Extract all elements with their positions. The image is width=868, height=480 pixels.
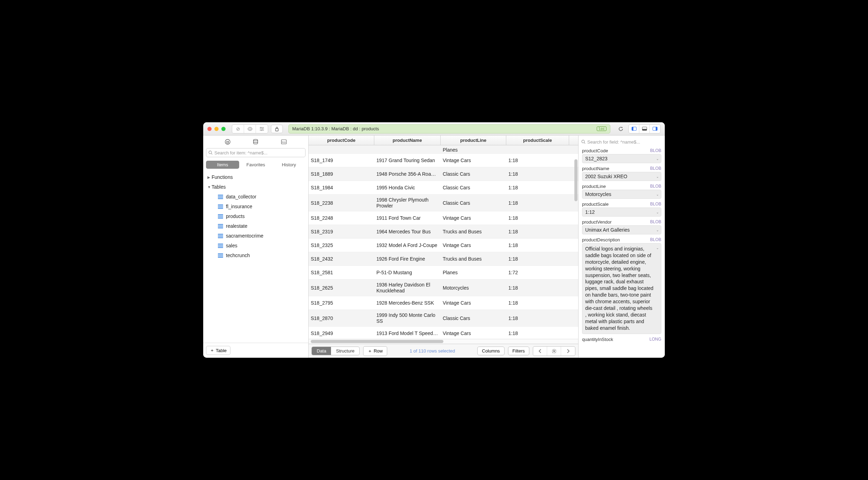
chevron-down-icon: ⌄: [656, 175, 659, 179]
input-productLine[interactable]: Motorcycles⌄: [582, 190, 661, 199]
svg-point-0: [260, 127, 262, 128]
hscroll-thumb[interactable]: [311, 340, 443, 343]
field-productDescription: productDescriptionBLOB Official logos an…: [579, 237, 665, 336]
table-item-fl_insurance[interactable]: fl_insurance: [206, 202, 306, 211]
field-productVendor: productVendorBLOB Unimax Art Galleries⌄: [579, 219, 665, 237]
table-row[interactable]: S18_29491913 Ford Model T SpeedsterVinta…: [309, 327, 578, 339]
add-row-button[interactable]: ＋Row: [363, 346, 387, 356]
input-productDescription[interactable]: Official logos and insignias, saddle bag…: [582, 243, 661, 334]
svg-rect-3: [275, 129, 278, 131]
table-row[interactable]: S18_19841995 Honda CivicClassic Cars1:18: [309, 181, 578, 195]
chevron-down-icon: ⌄: [656, 210, 659, 214]
toggle-bottom-panel[interactable]: [639, 125, 650, 133]
tab-history[interactable]: History: [272, 161, 306, 169]
main-footer: Data Structure ＋Row 1 of 110 rows select…: [309, 344, 578, 358]
field-productCode: productCodeBLOB S12_2823⌄: [579, 147, 665, 165]
next-page-button[interactable]: [561, 347, 575, 356]
sidebar: SQL Search for item: ^name$... Items Fav…: [203, 136, 309, 358]
table-item-techcrunch[interactable]: techcrunch: [206, 250, 306, 260]
col-productName[interactable]: productName: [374, 136, 441, 145]
plug-icon[interactable]: [224, 138, 231, 145]
table-item-products[interactable]: products: [206, 211, 306, 221]
tree-functions[interactable]: ▶Functions: [206, 172, 306, 182]
cancel-icon[interactable]: ⊘: [232, 125, 244, 133]
input-productScale[interactable]: 1:12⌄: [582, 208, 661, 217]
tab-structure[interactable]: Structure: [331, 347, 359, 355]
table-row[interactable]: S18_23251932 Model A Ford J-CoupeVintage…: [309, 239, 578, 252]
table-row[interactable]: S18_24321926 Ford Fire EngineTrucks and …: [309, 252, 578, 266]
tab-favorites[interactable]: Favorites: [239, 161, 272, 169]
prev-page-button[interactable]: [533, 347, 547, 356]
table-row[interactable]: S18_28701999 Indy 500 Monte Carlo SSClas…: [309, 310, 578, 327]
settings-lines-icon[interactable]: [256, 125, 268, 133]
input-productCode[interactable]: S12_2823⌄: [582, 154, 661, 163]
table-row[interactable]: S18_18891948 Porsche 356-A Roads...Class…: [309, 167, 578, 181]
lock-icon[interactable]: [271, 125, 283, 133]
table-row[interactable]: S18_23191964 Mercedes Tour BusTrucks and…: [309, 225, 578, 239]
minimize-window-button[interactable]: [214, 127, 219, 131]
breadcrumb-text: MariaDB 1:10.3.9 : MariaDB : dd : produc…: [292, 126, 379, 131]
table-item-sacramentocrime[interactable]: sacramentocrime: [206, 231, 306, 241]
input-productVendor[interactable]: Unimax Art Galleries⌄: [582, 225, 661, 234]
table-item-sales[interactable]: sales: [206, 241, 306, 250]
svg-point-2: [261, 130, 262, 131]
eye-icon[interactable]: [244, 125, 256, 133]
inspector-search[interactable]: Search for field: ^name$...: [581, 138, 662, 146]
table-row[interactable]: S18_2581P-51-D MustangPlanes1:72: [309, 266, 578, 279]
svg-point-8: [209, 151, 212, 154]
close-window-button[interactable]: [207, 127, 212, 131]
table-row[interactable]: S18_27951928 Mercedes-Benz SSKVintage Ca…: [309, 296, 578, 310]
inspector-search-placeholder: Search for field: ^name$...: [587, 139, 640, 145]
col-productLine[interactable]: productLine: [441, 136, 506, 145]
breadcrumb[interactable]: MariaDB 1:10.3.9 : MariaDB : dd : produc…: [288, 124, 610, 133]
main: productCode productName productLine prod…: [309, 136, 578, 358]
add-table-button[interactable]: ＋Table: [206, 346, 230, 355]
sidebar-search[interactable]: Search for item: ^name$...: [206, 148, 306, 157]
sidebar-tabs: Items Favorites History: [206, 161, 306, 169]
table-row[interactable]: S18_22481911 Ford Town CarVintage Cars1:…: [309, 211, 578, 225]
tab-data[interactable]: Data: [312, 347, 331, 355]
toggle-left-panel[interactable]: [629, 125, 639, 133]
horizontal-scrollbar[interactable]: [309, 339, 578, 344]
table-row[interactable]: S18_26251936 Harley Davidson El Knuckleh…: [309, 279, 578, 296]
plus-icon: ＋: [368, 348, 372, 354]
columns-button[interactable]: Columns: [477, 347, 504, 355]
table-row[interactable]: S18_22381998 Chrysler Plymouth ProwlerCl…: [309, 195, 578, 211]
chevron-down-icon: ⌄: [656, 228, 659, 232]
input-productName[interactable]: 2002 Suzuki XREO⌄: [582, 172, 661, 181]
table-item-realestate[interactable]: realestate: [206, 221, 306, 231]
zoom-window-button[interactable]: [221, 127, 226, 131]
table-row[interactable]: S18_17491917 Grand Touring SedanVintage …: [309, 154, 578, 167]
field-productName: productNameBLOB 2002 Suzuki XREO⌄: [579, 165, 665, 183]
table-icon: [218, 253, 223, 258]
body: SQL Search for item: ^name$... Items Fav…: [203, 136, 665, 358]
plus-icon: ＋: [210, 347, 214, 354]
vertical-scrollbar[interactable]: [574, 159, 578, 201]
sql-icon[interactable]: SQL: [280, 138, 287, 145]
table-icon: [218, 224, 223, 228]
reload-button[interactable]: [616, 125, 626, 133]
col-productScale[interactable]: productScale: [506, 136, 569, 145]
col-productCode[interactable]: productCode: [309, 136, 374, 145]
filters-button[interactable]: Filters: [508, 347, 529, 355]
table-icon: [218, 243, 223, 248]
table-icon: [218, 195, 223, 199]
grid-header: productCode productName productLine prod…: [309, 136, 578, 145]
tree-tables[interactable]: ▼Tables: [206, 182, 306, 192]
tab-items[interactable]: Items: [206, 161, 239, 169]
database-icon[interactable]: [252, 138, 259, 145]
sidebar-footer: ＋Table: [203, 343, 308, 358]
grid-body[interactable]: PlanesS18_17491917 Grand Touring SedanVi…: [309, 145, 578, 339]
gear-icon[interactable]: [547, 347, 561, 356]
svg-point-5: [253, 139, 258, 141]
chevron-down-icon: ⌄: [656, 192, 659, 196]
table-icon: [218, 204, 223, 209]
table-row[interactable]: Planes: [309, 145, 578, 154]
table-item-data_collector[interactable]: data_collector: [206, 192, 306, 202]
titlebar: ⊘ MariaDB 1:10.3.9 : MariaDB : dd : prod…: [203, 122, 665, 136]
selection-status: 1 of 110 rows selected: [391, 348, 474, 354]
toggle-right-panel[interactable]: [650, 125, 660, 133]
app-window: ⊘ MariaDB 1:10.3.9 : MariaDB : dd : prod…: [203, 122, 665, 358]
sidebar-tree: ▶Functions ▼Tables data_collectorfl_insu…: [203, 171, 308, 262]
table-icon: [218, 234, 223, 238]
